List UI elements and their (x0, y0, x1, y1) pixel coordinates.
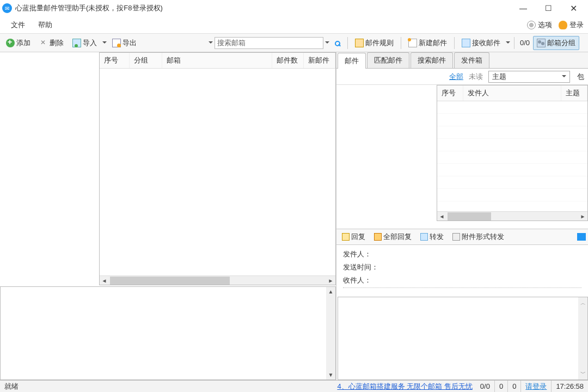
left-column: 序号 分组 邮箱 邮件数 新邮件 ◄ ► ▲ ▼ (0, 52, 336, 380)
mailbox-table: 序号 分组 邮箱 邮件数 新邮件 ◄ ► (99, 52, 336, 285)
titlebar: ✉ 心蓝批量邮件管理助手(未授权，按F8登录授权) — ☐ ✕ (0, 0, 588, 16)
col-group[interactable]: 分组 (130, 53, 162, 68)
options-button[interactable]: 选项 (527, 20, 552, 30)
scroll-thumb[interactable] (448, 212, 491, 220)
statusbar: 就绪 4、心蓝邮箱搭建服务 无限个邮箱 售后无忧 0/0 0 0 请登录 17:… (0, 380, 588, 392)
export-button[interactable]: 导出 (108, 36, 140, 50)
status-time: 17:26:58 (552, 381, 588, 392)
search-button[interactable] (331, 38, 344, 48)
tab-match[interactable]: 匹配邮件 (367, 52, 409, 68)
user-icon (559, 21, 567, 29)
reply-button[interactable]: 回复 (339, 230, 369, 243)
add-icon (6, 39, 15, 47)
import-dropdown[interactable] (102, 40, 107, 46)
scroll-up-icon[interactable]: ▲ (326, 287, 335, 296)
mcol-subject[interactable]: 主题 (561, 85, 587, 101)
filter-all[interactable]: 全部 (449, 72, 463, 82)
mail-table-body[interactable] (437, 101, 587, 211)
rules-icon (355, 39, 364, 47)
mail-action-row: 回复 全部回复 转发 附件形式转发 (336, 229, 588, 245)
mcol-seq[interactable]: 序号 (437, 85, 463, 101)
chevron-up-icon[interactable]: ︿ (580, 299, 586, 307)
forward-button[interactable]: 转发 (417, 230, 447, 243)
mailbox-hscroll[interactable]: ◄ ► (100, 275, 335, 285)
close-button[interactable]: ✕ (561, 0, 586, 16)
gear-icon (527, 21, 536, 29)
add-button[interactable]: 添加 (2, 36, 34, 50)
chevron-down-icon[interactable]: ﹀ (580, 370, 586, 377)
panel-toggle-icon[interactable] (577, 233, 586, 241)
tab-bar: 邮件 匹配邮件 搜索邮件 发件箱 (336, 52, 588, 69)
detail-sendtime: 发送时间： (343, 262, 581, 272)
mailbox-table-body[interactable] (100, 69, 335, 275)
col-newmails[interactable]: 新邮件 (304, 53, 335, 68)
menu-help[interactable]: 帮助 (32, 18, 59, 32)
tab-mail[interactable]: 邮件 (338, 53, 366, 69)
mcol-sender[interactable]: 发件人 (463, 85, 561, 101)
delete-icon (39, 39, 48, 47)
window-title: 心蓝批量邮件管理助手(未授权，按F8登录授权) (15, 3, 163, 13)
reply-icon (342, 233, 350, 241)
filter-row: 全部 未读 主题 包 (336, 69, 588, 85)
subject-combo[interactable]: 主题 (488, 71, 570, 83)
mail-table: 序号 发件人 主题 ◄ ► (437, 85, 588, 221)
rules-button[interactable]: 邮件规则 (351, 36, 397, 50)
col-seq[interactable]: 序号 (100, 53, 130, 68)
menu-file[interactable]: 文件 (4, 18, 32, 32)
receive-dropdown[interactable] (505, 40, 511, 46)
tab-outbox[interactable]: 发件箱 (454, 52, 489, 68)
menubar: 文件 帮助 选项 登录 (0, 16, 588, 34)
ad-link[interactable]: 4、心蓝邮箱搭建服务 无限个邮箱 售后无忧 (334, 382, 475, 391)
maximize-button[interactable]: ☐ (536, 0, 561, 16)
scroll-down-icon[interactable]: ▼ (326, 370, 335, 379)
minimize-button[interactable]: — (511, 0, 536, 16)
log-body[interactable] (1, 287, 326, 379)
col-mails[interactable]: 邮件数 (272, 53, 304, 68)
scroll-left-icon[interactable]: ◄ (100, 276, 109, 285)
import-button[interactable]: 导入 (69, 36, 101, 50)
status-text: 就绪 (0, 382, 19, 391)
mail-detail: 发件人： 发送时间： 收件人： (336, 245, 588, 296)
group-button[interactable]: 邮箱分组 (533, 36, 579, 50)
main-area: 序号 分组 邮箱 邮件数 新邮件 ◄ ► ▲ ▼ (0, 52, 588, 380)
login-button[interactable]: 登录 (559, 20, 584, 30)
forward-icon (420, 233, 428, 241)
scroll-left-icon[interactable]: ◄ (437, 212, 446, 221)
detail-recipient: 收件人： (343, 275, 581, 288)
message-body[interactable]: ︿ ﹀ (338, 297, 588, 380)
scroll-thumb[interactable] (110, 277, 230, 285)
receive-button[interactable]: 接收邮件 (458, 36, 504, 50)
attachment-forward-icon (452, 233, 460, 241)
search-dropdown[interactable] (324, 40, 330, 46)
import-icon (72, 39, 81, 47)
status-login-link[interactable]: 请登录 (525, 382, 547, 391)
message-vscroll[interactable]: ︿ ﹀ (578, 297, 587, 379)
search-icon (335, 41, 340, 46)
mail-hscroll[interactable]: ◄ ► (437, 211, 587, 220)
forward-attachment-button[interactable]: 附件形式转发 (449, 230, 507, 243)
log-panel: ▲ ▼ (0, 286, 336, 380)
include-toggle[interactable]: 包 (575, 70, 586, 83)
mailbox-table-header: 序号 分组 邮箱 邮件数 新邮件 (100, 53, 335, 69)
toolbar-counter: 0/0 (518, 39, 532, 47)
receive-icon (462, 39, 470, 47)
filter-unread[interactable]: 未读 (469, 72, 483, 82)
right-column: 邮件 匹配邮件 搜索邮件 发件箱 全部 未读 主题 包 序号 发件人 主题 ◄ … (336, 52, 588, 380)
export-icon (112, 39, 121, 47)
tab-search[interactable]: 搜索邮件 (411, 52, 453, 68)
app-icon: ✉ (2, 3, 12, 13)
detail-sender: 发件人： (343, 249, 581, 259)
search-combo[interactable]: 搜索邮箱 (215, 37, 323, 49)
delete-button[interactable]: 删除 (35, 36, 68, 50)
log-vscroll[interactable]: ▲ ▼ (326, 287, 335, 379)
group-icon (537, 39, 546, 47)
scroll-right-icon[interactable]: ► (326, 276, 335, 285)
scroll-right-icon[interactable]: ► (578, 212, 587, 221)
filter-dropdown[interactable] (208, 40, 213, 46)
toolbar: 添加 删除 导入 导出 搜索邮箱 邮件规则 新建邮件 接收邮件 0/0 邮箱分组 (0, 34, 588, 52)
col-mailbox[interactable]: 邮箱 (162, 53, 272, 68)
reply-all-button[interactable]: 全部回复 (371, 230, 415, 243)
new-mail-button[interactable]: 新建邮件 (405, 36, 451, 50)
status-counter-3: 0 (508, 381, 521, 392)
status-counter-1: 0/0 (476, 381, 495, 392)
